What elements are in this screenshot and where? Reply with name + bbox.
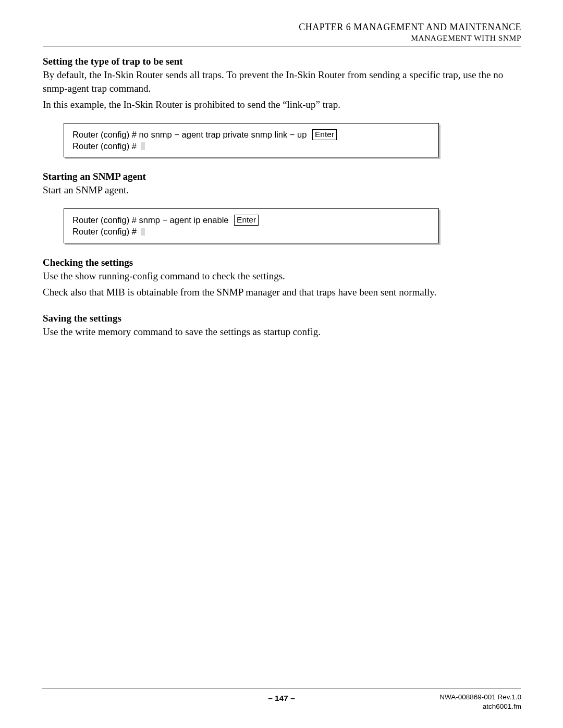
cursor-icon	[141, 142, 145, 150]
text-check-p2: Check also that MIB is obtainable from t…	[43, 286, 521, 299]
code-box-2: Router (config) # snmp − agent ip enable…	[64, 208, 439, 243]
code-box-1: Router (config) # no snmp − agent trap p…	[64, 123, 439, 158]
text-save-p1: Use the write memory command to save the…	[43, 325, 521, 339]
code2-line1: Router (config) # snmp − agent ip enable	[72, 215, 228, 225]
footer-docid: NWA-008869-001 Rev.1.0	[439, 693, 521, 702]
heading-check: Checking the settings	[43, 257, 521, 268]
enter-key-2: Enter	[234, 215, 259, 226]
cursor-icon	[141, 228, 145, 236]
heading-start: Starting an SNMP agent	[43, 171, 521, 182]
text-trap-p2: In this example, the In-Skin Router is p…	[43, 98, 521, 112]
code1-line2: Router (config) #	[72, 141, 137, 151]
code1-line1: Router (config) # no snmp − agent trap p…	[72, 130, 307, 139]
header-rule	[43, 46, 521, 46]
enter-key-1: Enter	[312, 129, 337, 140]
text-start-p1: Start an SNMP agent.	[43, 183, 521, 197]
footer-rule	[42, 688, 521, 688]
header-chapter: CHAPTER 6 MANAGEMENT AND MAINTENANCE	[43, 22, 521, 33]
page-number: – 147 –	[268, 694, 295, 703]
heading-trap: Setting the type of trap to be sent	[43, 56, 521, 67]
footer-filename: atch6001.fm	[439, 702, 521, 711]
heading-save: Saving the settings	[43, 313, 521, 324]
code2-line2: Router (config) #	[72, 227, 137, 236]
text-trap-p1: By default, the In-Skin Router sends all…	[43, 68, 521, 95]
header-section: MANAGEMENT WITH SNMP	[43, 33, 521, 43]
text-check-p1: Use the show running-config command to c…	[43, 269, 521, 283]
